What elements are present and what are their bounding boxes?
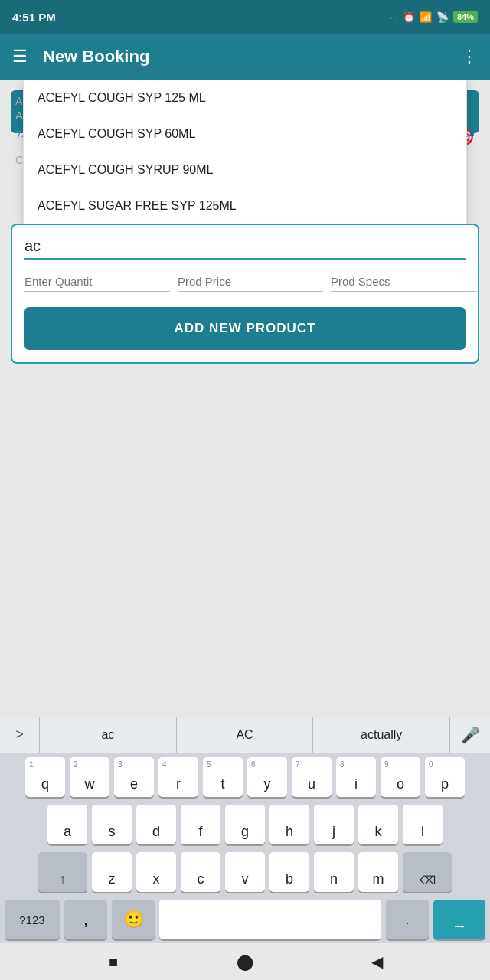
key-k[interactable]: k bbox=[358, 805, 398, 844]
dot-key[interactable]: . bbox=[386, 900, 429, 939]
dropdown-item[interactable]: ACEFYL SUGAR FREE SYP 125ML bbox=[24, 188, 466, 224]
keyboard-row-4: ?123 , 🙂 . → bbox=[0, 896, 490, 943]
keyboard-row-1: 1q 2w 3e 4r 5t 6y 7u 8i 9o 0p bbox=[0, 753, 490, 801]
signal-dots: ··· bbox=[390, 11, 398, 23]
home-button[interactable]: ⬤ bbox=[227, 943, 263, 980]
keyboard-row-3: ↑ z x c v b n m ⌫ bbox=[0, 848, 490, 896]
dropdown-item[interactable]: ACEFYL COUGH SYP 125 ML bbox=[24, 80, 466, 116]
key-t[interactable]: 5t bbox=[203, 757, 243, 797]
specs-input[interactable] bbox=[331, 275, 476, 292]
suggestions-expand-button[interactable]: > bbox=[0, 717, 40, 753]
microphone-button[interactable]: 🎤 bbox=[450, 717, 490, 753]
more-options-icon[interactable]: ⋮ bbox=[461, 47, 478, 67]
key-e[interactable]: 3e bbox=[114, 757, 154, 797]
quantity-input[interactable] bbox=[24, 275, 170, 292]
enter-key[interactable]: → bbox=[433, 900, 485, 939]
back-button[interactable]: ◀ bbox=[358, 943, 395, 980]
shift-key[interactable]: ↑ bbox=[38, 852, 87, 892]
product-form-card: ADD NEW PRODUCT bbox=[11, 224, 479, 364]
page-content: Address AKHARI BUS STOP TAJ PURA 74 3188… bbox=[0, 80, 490, 678]
suggestion-AC[interactable]: AC bbox=[177, 717, 314, 753]
key-c[interactable]: c bbox=[181, 852, 220, 892]
suggestions-row: > ac AC actually 🎤 bbox=[0, 717, 490, 753]
product-search-input[interactable] bbox=[24, 237, 466, 260]
key-d[interactable]: d bbox=[136, 805, 176, 844]
product-fields-row bbox=[24, 275, 466, 292]
key-z[interactable]: z bbox=[92, 852, 132, 892]
price-input[interactable] bbox=[178, 275, 323, 292]
status-time: 4:51 PM bbox=[12, 11, 56, 24]
battery-indicator: 84% bbox=[453, 11, 478, 23]
key-g[interactable]: g bbox=[225, 805, 265, 844]
status-bar: 4:51 PM ··· ⏰ 📶 📡 84% bbox=[0, 0, 490, 34]
stop-button[interactable]: ■ bbox=[95, 943, 132, 980]
key-f[interactable]: f bbox=[181, 805, 220, 844]
key-l[interactable]: l bbox=[403, 805, 443, 844]
emoji-key[interactable]: , bbox=[64, 900, 107, 939]
key-v[interactable]: v bbox=[225, 852, 265, 892]
suggestion-ac[interactable]: ac bbox=[40, 717, 177, 753]
top-navbar: ☰ New Booking ⋮ bbox=[0, 34, 490, 80]
dropdown-item[interactable]: ACEFYL COUGH SYRUP 90ML bbox=[24, 152, 466, 188]
keyboard-row-2: a s d f g h j k l bbox=[0, 801, 490, 848]
key-a[interactable]: a bbox=[47, 805, 87, 844]
add-new-product-button[interactable]: ADD NEW PRODUCT bbox=[24, 307, 466, 350]
hamburger-menu-icon[interactable]: ☰ bbox=[12, 47, 28, 67]
signal-bars: 📶 bbox=[420, 11, 432, 23]
space-key[interactable] bbox=[159, 900, 381, 939]
key-n[interactable]: n bbox=[314, 852, 354, 892]
page-title: New Booking bbox=[43, 47, 461, 67]
key-p[interactable]: 0p bbox=[425, 757, 465, 797]
symbols-key[interactable]: ?123 bbox=[5, 900, 60, 939]
key-r[interactable]: 4r bbox=[158, 757, 198, 797]
alarm-icon: ⏰ bbox=[403, 11, 415, 23]
wifi-icon: 📡 bbox=[436, 11, 449, 23]
key-u[interactable]: 7u bbox=[292, 757, 332, 797]
key-b[interactable]: b bbox=[270, 852, 309, 892]
key-x[interactable]: x bbox=[136, 852, 176, 892]
key-m[interactable]: m bbox=[358, 852, 398, 892]
status-icons: ··· ⏰ 📶 📡 84% bbox=[390, 11, 478, 23]
backspace-key[interactable]: ⌫ bbox=[403, 852, 452, 892]
product-dropdown: ACEFYL COUGH SYP 125 ML ACEFYL COUGH SYP… bbox=[23, 80, 467, 224]
dropdown-item[interactable]: ACEFYL COUGH SYP 60ML bbox=[24, 116, 466, 152]
key-q[interactable]: 1q bbox=[25, 757, 65, 797]
suggestion-actually[interactable]: actually bbox=[313, 717, 450, 753]
key-h[interactable]: h bbox=[270, 805, 309, 844]
key-y[interactable]: 6y bbox=[247, 757, 287, 797]
key-i[interactable]: 8i bbox=[336, 757, 376, 797]
key-j[interactable]: j bbox=[314, 805, 354, 844]
key-s[interactable]: s bbox=[92, 805, 132, 844]
keyboard: > ac AC actually 🎤 1q 2w 3e 4r 5t 6y 7u … bbox=[0, 717, 490, 943]
key-o[interactable]: 9o bbox=[381, 757, 420, 797]
system-nav-bar: ■ ⬤ ◀ bbox=[0, 943, 490, 980]
emoji-face-key[interactable]: 🙂 bbox=[112, 900, 155, 939]
key-w[interactable]: 2w bbox=[70, 757, 109, 797]
